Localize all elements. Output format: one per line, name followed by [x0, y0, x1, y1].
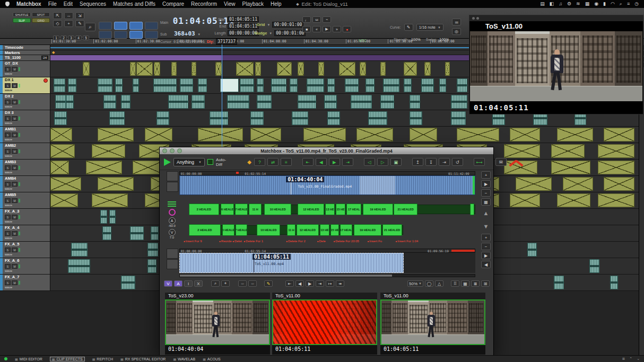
mute-button[interactable]: M — [12, 83, 18, 88]
menu-item-file[interactable]: File — [48, 1, 57, 7]
scroll-up-icon[interactable]: ▲ — [481, 207, 491, 219]
menu-item-matches-and-diffs[interactable]: Matches and Diffs — [113, 1, 155, 7]
audio-clip[interactable] — [380, 95, 394, 109]
audio-clip[interactable] — [527, 243, 537, 257]
healed-block[interactable]: 2 HEALED — [189, 204, 219, 215]
mute-button[interactable]: M — [12, 231, 18, 236]
audio-clip[interactable] — [121, 95, 130, 109]
audio-clip[interactable] — [554, 276, 564, 289]
top-timeline-ruler[interactable]: 01:00:00:0001:02:55:1401:11:42:09 — [179, 171, 475, 175]
track-header[interactable]: FX_A_7SMwave — [0, 275, 50, 290]
matchbox-h-scrollbar[interactable] — [179, 274, 475, 277]
trimmer-tool-button[interactable] — [114, 22, 127, 30]
index-mode-button[interactable]: I — [184, 280, 193, 287]
mute-button[interactable]: M — [12, 67, 18, 72]
audio-clip[interactable] — [115, 78, 123, 92]
audio-clip[interactable] — [439, 78, 446, 92]
count-off-icon[interactable]: ⚍ — [312, 16, 321, 23]
healed-block[interactable]: 19 HEALED — [363, 204, 393, 215]
region-end-handle[interactable] — [473, 176, 475, 195]
audio-clip[interactable] — [50, 161, 69, 174]
mute-button[interactable]: M — [12, 116, 18, 121]
timeline-track-header[interactable] — [167, 182, 178, 192]
rewind-button[interactable]: « — [312, 26, 321, 32]
fast-forward-button[interactable]: » — [333, 26, 341, 32]
track-view-selector[interactable]: wave — [5, 171, 49, 174]
audio-clip[interactable] — [250, 128, 281, 142]
smart-tool-icon[interactable]: + — [64, 20, 73, 27]
clock-icon[interactable]: ◷ — [634, 1, 639, 7]
audio-clip[interactable] — [598, 193, 634, 207]
swap-icon[interactable]: ⇄ — [267, 158, 279, 166]
selector-tool-button[interactable] — [129, 22, 143, 30]
audio-clip[interactable] — [86, 161, 123, 174]
menu-item-playback[interactable]: Playback — [242, 1, 264, 7]
audio-clip[interactable] — [424, 62, 431, 76]
thumb-frame[interactable] — [380, 299, 485, 345]
smart-tool-button[interactable] — [129, 31, 143, 39]
audio-clip[interactable] — [410, 111, 422, 125]
audio-clip[interactable] — [327, 111, 340, 125]
last-diff-icon[interactable]: ⇥ — [342, 158, 353, 166]
target-tool-icon[interactable]: ⌖ — [221, 280, 230, 287]
pan-value[interactable]: 7.0 — [166, 236, 178, 239]
audio-clip[interactable] — [55, 95, 66, 109]
audio-clip[interactable] — [290, 78, 298, 92]
pencil-icon[interactable]: ✎ — [264, 280, 273, 287]
sub-counter[interactable]: 368+03 — [174, 30, 195, 37]
audio-clip[interactable] — [151, 226, 159, 240]
audio-clip[interactable] — [421, 78, 434, 92]
grid-value[interactable]: 00:00:01:00 — [272, 22, 303, 28]
audio-clip[interactable] — [303, 128, 346, 142]
nudge-label[interactable]: Nudge — [255, 31, 267, 36]
zoom-out-icon[interactable]: − — [481, 189, 491, 197]
audio-clip[interactable] — [324, 95, 337, 109]
auto-diff-checkbox[interactable] — [207, 159, 213, 165]
trim-left-icon[interactable]: ◁ — [364, 158, 375, 166]
fast-forward-icon[interactable]: ↠ — [336, 280, 344, 287]
track-view-selector[interactable]: wave — [5, 121, 49, 125]
audio-clip[interactable] — [145, 128, 172, 142]
audio-clip[interactable] — [410, 128, 437, 142]
audio-clip[interactable] — [563, 177, 594, 191]
audio-clip[interactable] — [71, 243, 88, 257]
audio-clip[interactable] — [557, 193, 590, 207]
audio-clip[interactable] — [240, 78, 254, 92]
solo-button[interactable]: S — [5, 165, 11, 170]
healed-block[interactable]: 21 HEALED — [382, 224, 402, 236]
track-view-selector[interactable]: wave — [5, 105, 49, 108]
solo-button[interactable]: S — [5, 83, 11, 88]
audio-clip[interactable] — [54, 78, 65, 92]
heal-list-icon[interactable] — [166, 201, 178, 207]
audio-clip[interactable] — [589, 259, 600, 273]
audio-clip[interactable] — [404, 62, 417, 76]
comparison-thumb[interactable]: ToS_v11.0001:04:05:11 — [380, 293, 485, 355]
screen-record-icon[interactable]: ◉ — [594, 1, 598, 7]
go-start-icon[interactable]: ⇤ — [285, 280, 294, 287]
audio-clip[interactable] — [327, 78, 335, 92]
track-view-selector[interactable]: wave — [5, 138, 49, 141]
healed-block[interactable]: 12 HEALED — [298, 204, 324, 215]
audio-clip[interactable] — [171, 62, 177, 76]
status-item-repitch[interactable]: ▦REPITCH — [92, 357, 113, 361]
preset-select[interactable]: Anything ▼ — [173, 158, 205, 166]
audio-clip[interactable] — [98, 78, 113, 92]
audio-clip[interactable] — [510, 193, 541, 207]
video-window-titlebar[interactable] — [469, 15, 643, 21]
audio-clip[interactable] — [54, 111, 67, 125]
edit-marker[interactable]: ●Insert For 9 — [184, 240, 202, 243]
track-header[interactable]: Timecode — [0, 45, 50, 50]
audio-clip[interactable] — [318, 62, 324, 76]
audio-clip[interactable] — [610, 276, 618, 289]
status-item-acous[interactable]: ▦ACOUS — [203, 357, 221, 361]
audio-clip[interactable] — [136, 62, 153, 76]
target-clip-region[interactable]: 01:04:05:11 ToS_v11.00.mp4 — [179, 253, 404, 273]
stage-manager-icon[interactable]: ▤ — [540, 1, 545, 7]
audio-clip[interactable] — [598, 161, 634, 174]
mute-button[interactable]: M — [12, 264, 18, 269]
audio-clip[interactable] — [133, 78, 139, 92]
track-header[interactable]: AMB1SMwave — [0, 127, 50, 143]
healed-block[interactable]: 10 HEALED — [264, 204, 291, 215]
status-item-rx-spectral-editor[interactable]: ▦RX SPECTRAL EDITOR — [120, 357, 166, 361]
metronome-icon[interactable]: ♩ — [302, 16, 311, 23]
